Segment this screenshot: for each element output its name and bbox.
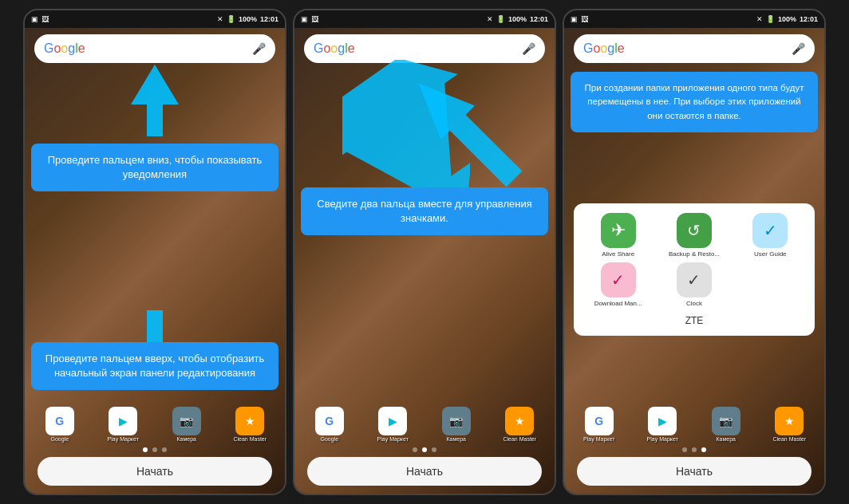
status-icons-left-2: ▣ 🖼 — [301, 15, 318, 23]
backup-icon: ↺ — [677, 213, 712, 248]
app-clean-2: ★ Clean Master — [501, 407, 538, 443]
user-guide-icon: ✓ — [752, 213, 788, 248]
google-icon: G — [45, 407, 74, 435]
signal-icon: ✕ — [217, 15, 223, 23]
battery-icon: 🔋 — [227, 15, 235, 23]
app-row-2: G Google ▶ Play Маркет 📷 Камера ★ Clean … — [298, 407, 551, 443]
status-bar-1: ▣ 🖼 ✕ 🔋 100% 12:01 — [25, 10, 285, 28]
folder-popup: ✈ Alive Share ↺ Backup & Resto... ✓ U — [574, 203, 815, 336]
battery-percent-2: 100% — [508, 15, 527, 23]
app-play-2: ▶ Play Маркет — [374, 407, 411, 443]
phone-1: ▣ 🖼 ✕ 🔋 100% 12:01 Google 🎤 Проведите па… — [23, 9, 286, 495]
app-row-1: G Google ▶ Play Маркет 📷 Камера ★ Clean … — [28, 407, 282, 443]
arrow-down-1 — [127, 65, 183, 136]
image-icon: 🖼 — [41, 15, 49, 23]
sim-icon-2: ▣ — [301, 15, 308, 23]
google-bar-3[interactable]: Google 🎤 — [574, 34, 815, 63]
clock-label: Clock — [686, 300, 702, 307]
download-icon: ✓ — [601, 262, 636, 297]
folder-app-alive-share: ✈ Alive Share — [583, 213, 653, 258]
dot-inactive-1 — [152, 447, 157, 452]
phone-2: ▣ 🖼 ✕ 🔋 100% 12:01 Google 🎤 — [293, 9, 556, 495]
page-dots-1 — [143, 447, 167, 452]
phone-1-content: Google 🎤 Проведите пальцем вниз, чтобы п… — [25, 28, 285, 494]
app-grid-1: G Google ▶ Play Маркет 📷 Камера ★ Clean … — [28, 407, 282, 444]
status-icons-left: ▣ 🖼 — [31, 15, 49, 23]
page-dots-2 — [413, 447, 436, 452]
dot-i1 — [413, 447, 417, 452]
folder-app-user-guide: ✓ User Guide — [736, 213, 805, 258]
start-button-3[interactable]: Начать — [577, 457, 811, 486]
dot-i3 — [432, 447, 436, 452]
status-right-2: ✕ 🔋 100% 12:01 — [487, 15, 548, 23]
svg-marker-4 — [403, 66, 531, 196]
folder-apps-row2: ✓ Download Man... ✓ Clock — [583, 262, 805, 307]
time-2: 12:01 — [530, 15, 548, 23]
play-label: Play Маркет — [108, 436, 139, 443]
battery-percent-3: 100% — [778, 15, 796, 23]
start-button-2[interactable]: Начать — [307, 457, 542, 486]
signal-icon-2: ✕ — [487, 15, 493, 23]
sim-icon-3: ▣ — [571, 15, 578, 23]
app-grid-3: G Play Маркет ▶ Play Маркет 📷 Камера ★ C… — [567, 407, 821, 444]
page-dots-3 — [682, 447, 706, 452]
clean-icon-2: ★ — [505, 407, 534, 435]
backup-label: Backup & Resto... — [669, 250, 720, 258]
download-label: Download Man... — [594, 300, 642, 307]
alive-share-label: Alive Share — [602, 250, 634, 258]
folder-apps-row1: ✈ Alive Share ↺ Backup & Resto... ✓ U — [583, 213, 805, 258]
folder-app-empty — [736, 262, 805, 307]
dot-active — [143, 447, 148, 452]
google-bar-1[interactable]: Google 🎤 — [34, 34, 275, 63]
dot-3-1 — [682, 447, 687, 452]
dot-3-3 — [701, 447, 706, 452]
phone-3-content: Google 🎤 При создании папки приложения о… — [564, 28, 824, 494]
camera-icon-2: 📷 — [442, 407, 471, 435]
status-bar-3: ▣ 🖼 ✕ 🔋 100% 12:01 — [564, 10, 824, 28]
dot-inactive-2 — [162, 447, 167, 452]
app-google-3: G Play Маркет — [581, 407, 618, 443]
folder-name: ZTE — [583, 312, 805, 326]
clean-icon-3: ★ — [775, 407, 804, 435]
folder-app-download: ✓ Download Man... — [583, 262, 653, 307]
play-icon: ▶ — [109, 407, 137, 435]
dot-3-2 — [692, 447, 697, 452]
clock-icon: ✓ — [677, 262, 712, 297]
google-label: Google — [50, 436, 69, 443]
status-icons-left-3: ▣ 🖼 — [571, 15, 588, 23]
play-icon-2: ▶ — [378, 407, 407, 435]
google-logo-2: Google — [314, 41, 355, 56]
battery-icon-2: 🔋 — [496, 15, 505, 23]
status-right-1: ✕ 🔋 100% 12:01 — [217, 15, 278, 23]
battery-percent: 100% — [239, 15, 257, 23]
app-camera-2: 📷 Камера — [438, 407, 475, 443]
google-logo-1: Google — [44, 41, 85, 56]
app-clean: ★ Clean Master — [231, 407, 268, 443]
app-play: ▶ Play Маркет — [105, 407, 141, 443]
app-play-3: ▶ Play Маркет — [644, 407, 681, 443]
app-camera-3: 📷 Камера — [708, 407, 744, 443]
tooltip-swipe-down: Проведите пальцем вниз, чтобы показывать… — [31, 144, 278, 191]
phone-3: ▣ 🖼 ✕ 🔋 100% 12:01 Google 🎤 При создании… — [563, 9, 826, 495]
app-google-2: G Google — [311, 407, 348, 443]
mic-icon-3[interactable]: 🎤 — [792, 42, 805, 55]
mic-icon-1[interactable]: 🎤 — [252, 42, 266, 55]
svg-marker-0 — [131, 65, 179, 136]
info-tooltip-3: При создании папки приложения одного тип… — [571, 72, 818, 132]
clean-icon: ★ — [235, 407, 264, 435]
google-logo-3: Google — [583, 41, 625, 56]
dot-a2 — [422, 447, 427, 452]
start-button-1[interactable]: Начать — [38, 457, 272, 486]
tooltip-pinch: Сведите два пальца вместе для управления… — [301, 187, 548, 235]
battery-icon-3: 🔋 — [766, 15, 775, 23]
image-icon-3: 🖼 — [581, 15, 588, 23]
play-icon-3: ▶ — [648, 407, 677, 435]
image-icon-2: 🖼 — [311, 15, 318, 23]
google-icon-3: G — [585, 407, 614, 435]
time-3: 12:01 — [800, 15, 818, 23]
sim-icon: ▣ — [31, 15, 38, 23]
user-guide-label: User Guide — [754, 250, 786, 258]
clean-label: Clean Master — [233, 436, 267, 443]
app-clean-3: ★ Clean Master — [771, 407, 808, 443]
phone-2-content: Google 🎤 Сведите два пальца вместе для у… — [294, 28, 555, 494]
